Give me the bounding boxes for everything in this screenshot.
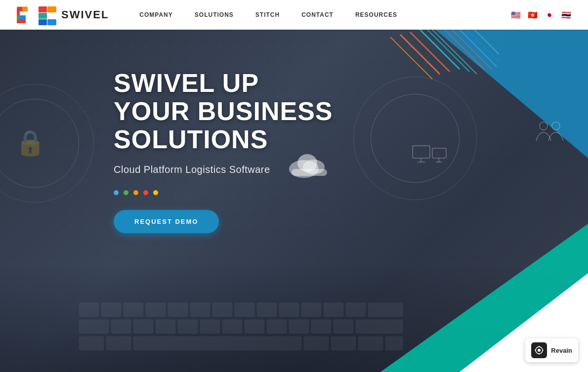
hero-title-line1: SWIVEL UP [114, 69, 259, 97]
flag-jp[interactable]: 🇯🇵 [543, 10, 556, 20]
svg-point-18 [552, 122, 560, 130]
svg-point-17 [540, 122, 547, 130]
svg-rect-71 [47, 13, 56, 19]
dot-3[interactable] [133, 190, 138, 195]
logo-s-shape [38, 5, 57, 24]
flag-hk[interactable]: 🇭🇰 [526, 10, 540, 20]
logo[interactable]: SWIVEL [15, 5, 109, 24]
logo-text: SWIVEL [61, 8, 109, 21]
revain-icon [531, 342, 547, 358]
flag-th[interactable]: 🇹🇭 [559, 10, 573, 20]
navbar: SWIVEL COMPANY SOLUTIONS STITCH CONTACT … [0, 0, 588, 30]
nav-links: COMPANY SOLUTIONS STITCH CONTACT RESOURC… [128, 11, 509, 18]
svg-rect-70 [47, 19, 56, 25]
hero-section: 🔒 [0, 0, 588, 372]
svg-rect-64 [22, 7, 27, 11]
logo-svg [15, 5, 34, 24]
svg-rect-11 [413, 146, 430, 158]
dot-5[interactable] [153, 190, 158, 195]
revain-widget[interactable]: Revain [525, 338, 578, 362]
dot-2[interactable] [124, 190, 128, 195]
hero-content: SWIVEL UP YOUR BUSINESS SOLUTIONS Cloud … [114, 69, 333, 233]
lock-icon: 🔒 [15, 128, 45, 157]
slide-indicators [114, 190, 333, 195]
monitor-icon [410, 143, 450, 171]
hero-subtitle: Cloud Platform Logistics Software [114, 164, 333, 175]
hero-title-line3: SOLUTIONS [114, 125, 268, 154]
hero-title: SWIVEL UP YOUR BUSINESS SOLUTIONS [114, 69, 333, 154]
flag-en[interactable]: 🇺🇸 [509, 10, 523, 20]
nav-solutions[interactable]: SOLUTIONS [184, 11, 245, 18]
nav-company[interactable]: COMPANY [128, 11, 183, 18]
people-icon [534, 119, 568, 148]
svg-rect-12 [432, 148, 446, 158]
revain-label: Revain [551, 347, 572, 354]
language-flags: 🇺🇸 🇭🇰 🇯🇵 🇹🇭 [509, 10, 573, 20]
dot-4[interactable] [143, 190, 148, 195]
hero-title-line2: YOUR BUSINESS [114, 97, 333, 125]
svg-point-73 [538, 349, 541, 352]
svg-rect-67 [47, 6, 56, 12]
nav-resources[interactable]: RESOURCES [344, 11, 408, 18]
dot-1[interactable] [114, 190, 119, 195]
request-demo-button[interactable]: REQUEST DEMO [114, 210, 219, 233]
nav-stitch[interactable]: STITCH [245, 11, 291, 18]
svg-rect-69 [39, 19, 47, 25]
svg-rect-66 [39, 6, 47, 12]
svg-rect-68 [39, 13, 47, 19]
nav-contact[interactable]: CONTACT [291, 11, 344, 18]
